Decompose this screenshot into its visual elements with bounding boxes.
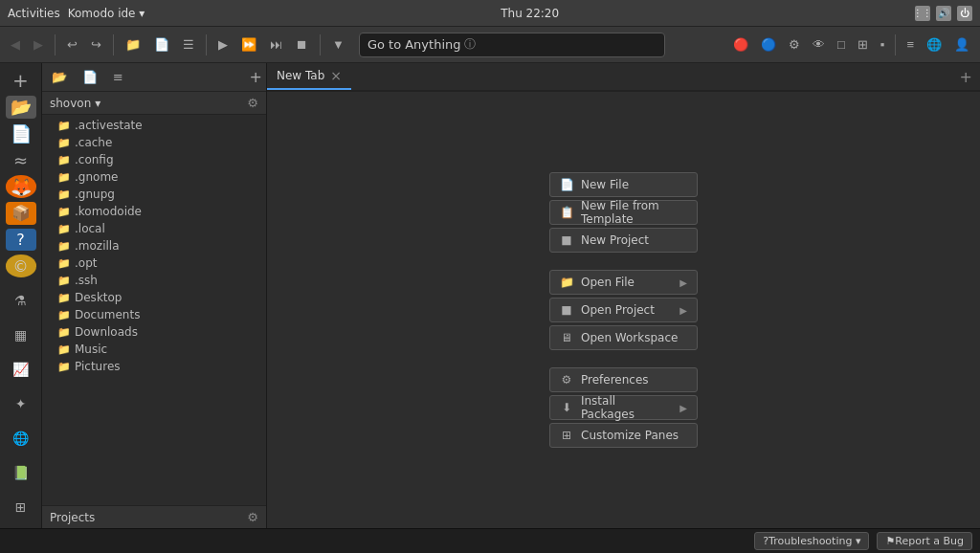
dock-firefox-icon[interactable]: 🦊: [6, 175, 36, 198]
sidebar-username[interactable]: shovon ▾: [50, 97, 100, 110]
toolbar-icon-7[interactable]: ▪: [876, 34, 890, 55]
new-file-from-template-button[interactable]: 📋 New File from Template: [549, 200, 698, 225]
new-file-button[interactable]: 📄 New File: [549, 172, 698, 197]
system-bar-right: ⋮⋮ 🔊 ⏻: [915, 6, 972, 21]
new-project-icon: ■: [560, 233, 573, 247]
tree-item-documents[interactable]: 📁 Documents: [42, 306, 266, 323]
open-workspace-button[interactable]: 🖥 Open Workspace: [549, 325, 698, 350]
tab-add-button[interactable]: +: [952, 68, 980, 86]
tree-item-activestate[interactable]: 📁 .activestate: [42, 117, 266, 134]
tree-item-cache[interactable]: 📁 .cache: [42, 134, 266, 151]
open-file-button[interactable]: 📁 Open File ▶: [549, 270, 698, 295]
dock-globe-icon[interactable]: 🌐: [6, 423, 36, 453]
sys-volume-icon[interactable]: 🔊: [936, 6, 951, 21]
tab-close-button[interactable]: ×: [330, 68, 342, 83]
toolbar-icon-5[interactable]: □: [833, 34, 850, 55]
tree-item-ssh[interactable]: 📁 .ssh: [42, 272, 266, 289]
tree-item-downloads[interactable]: 📁 Downloads: [42, 323, 266, 341]
forward-button[interactable]: ▶: [29, 34, 48, 55]
toolbar-icon-1[interactable]: 🔴: [728, 34, 753, 55]
tree-folder-icon: 📁: [57, 257, 71, 270]
sidebar-tab-files[interactable]: 📂: [46, 68, 73, 86]
open-project-button[interactable]: ■ Open Project ▶: [549, 298, 698, 322]
install-packages-button[interactable]: ⬇ Install Packages ▶: [549, 395, 698, 420]
goto-bar[interactable]: Go to Anything ⓘ: [359, 33, 665, 57]
toolbar-icon-4[interactable]: 👁: [808, 34, 830, 55]
dock-flask-icon[interactable]: ⚗: [6, 285, 36, 316]
sidebar-gear-icon[interactable]: ⚙: [247, 96, 258, 110]
troubleshooting-button[interactable]: ?Troubleshooting ▾: [754, 532, 869, 550]
back-button[interactable]: ◀: [6, 34, 25, 55]
sys-grid-icon[interactable]: ⋮⋮: [915, 6, 930, 21]
dock-new-file-icon[interactable]: 📄: [6, 122, 36, 145]
dock-book-icon[interactable]: 📗: [6, 457, 36, 488]
run-button[interactable]: ▶: [213, 34, 233, 55]
open-file-label: Open File: [581, 276, 635, 289]
new-file-template-icon: 📋: [560, 206, 573, 219]
tree-item-desktop[interactable]: 📁 Desktop: [42, 289, 266, 306]
dock-star-icon[interactable]: ✦: [6, 388, 36, 419]
list-button[interactable]: ☰: [178, 34, 199, 55]
dock-add-icon[interactable]: +: [6, 69, 36, 92]
tree-item-config[interactable]: 📁 .config: [42, 151, 266, 168]
tree-folder-icon: 📁: [57, 292, 71, 304]
projects-label: Projects: [50, 511, 95, 524]
new-tab[interactable]: New Tab ×: [267, 63, 351, 90]
app-name-label[interactable]: Komodo ide ▾: [68, 7, 145, 20]
sidebar-tab-doc[interactable]: 📄: [77, 68, 103, 86]
open-project-label: Open Project: [581, 303, 655, 317]
customize-panes-button[interactable]: ⊞ Customize Panes: [549, 423, 698, 448]
dock-files-icon[interactable]: 📂: [6, 96, 36, 119]
toolbar-network-icon[interactable]: 🌐: [922, 34, 947, 55]
dock-help-icon[interactable]: ?: [6, 229, 36, 252]
tree-folder-icon: 📁: [57, 171, 71, 184]
sidebar-tab-add[interactable]: +: [250, 68, 262, 86]
activities-label[interactable]: Activities: [8, 7, 60, 20]
tree-folder-icon: 📁: [57, 240, 71, 253]
toolbar-separator-2: [113, 34, 114, 55]
tree-item-gnome[interactable]: 📁 .gnome: [42, 168, 266, 186]
tree-item-mozilla[interactable]: 📁 .mozilla: [42, 237, 266, 254]
file-button[interactable]: 📄: [149, 34, 174, 55]
toolbar-icon-2[interactable]: 🔵: [756, 34, 781, 55]
dock-grid-icon[interactable]: ⊞: [6, 492, 36, 522]
tree-item-gnupg[interactable]: 📁 .gnupg: [42, 186, 266, 203]
undo-button[interactable]: ↩: [62, 34, 82, 55]
debug-button[interactable]: ⏩: [236, 34, 261, 55]
tree-item-music[interactable]: 📁 Music: [42, 341, 266, 358]
tree-folder-icon: 📁: [57, 223, 71, 235]
open-workspace-icon: 🖥: [560, 331, 573, 344]
tree-item-komodoide[interactable]: 📁 .komodoide: [42, 203, 266, 220]
preferences-button[interactable]: ⚙ Preferences: [549, 367, 698, 392]
toolbar-separator-1: [55, 34, 56, 55]
stop-button[interactable]: ⏹: [291, 34, 313, 55]
sidebar-header: shovon ▾ ⚙: [42, 92, 266, 115]
sys-power-icon[interactable]: ⏻: [957, 6, 972, 21]
open-folder-button[interactable]: 📁: [121, 34, 145, 55]
toolbar-menu-button[interactable]: ≡: [902, 34, 919, 55]
projects-gear-icon[interactable]: ⚙: [247, 510, 258, 524]
open-file-arrow: ▶: [679, 277, 687, 288]
toolbar-user-icon[interactable]: 👤: [949, 34, 974, 55]
dock-package-icon[interactable]: 📦: [6, 202, 36, 225]
dock-chart-icon[interactable]: 📈: [6, 354, 36, 385]
install-packages-arrow: ▶: [679, 403, 687, 413]
tree-item-pictures[interactable]: 📁 Pictures: [42, 358, 266, 375]
step-button[interactable]: ⏭: [265, 34, 287, 55]
dock-table-icon[interactable]: ▦: [6, 320, 36, 350]
toolbar-icon-6[interactable]: ⊞: [853, 34, 873, 55]
more-button[interactable]: ▼: [327, 34, 349, 55]
dock-git-icon[interactable]: ≈: [6, 148, 36, 171]
report-bug-button[interactable]: ⚑Report a Bug: [877, 532, 972, 550]
redo-button[interactable]: ↪: [86, 34, 106, 55]
sidebar-tab-nav[interactable]: ≡: [107, 68, 129, 86]
new-file-group: 📄 New File 📋 New File from Template ■ Ne…: [549, 172, 698, 253]
tree-folder-icon: 📁: [57, 343, 71, 356]
tree-item-opt[interactable]: 📁 .opt: [42, 254, 266, 272]
new-project-button[interactable]: ■ New Project: [549, 228, 698, 253]
tree-item-local[interactable]: 📁 .local: [42, 220, 266, 237]
toolbar-separator-3: [206, 34, 207, 55]
open-group: 📁 Open File ▶ ■ Open Project ▶ 🖥 Open Wo…: [549, 270, 698, 350]
dock-app-icon[interactable]: ©: [6, 254, 36, 277]
toolbar-icon-3[interactable]: ⚙: [784, 34, 805, 55]
